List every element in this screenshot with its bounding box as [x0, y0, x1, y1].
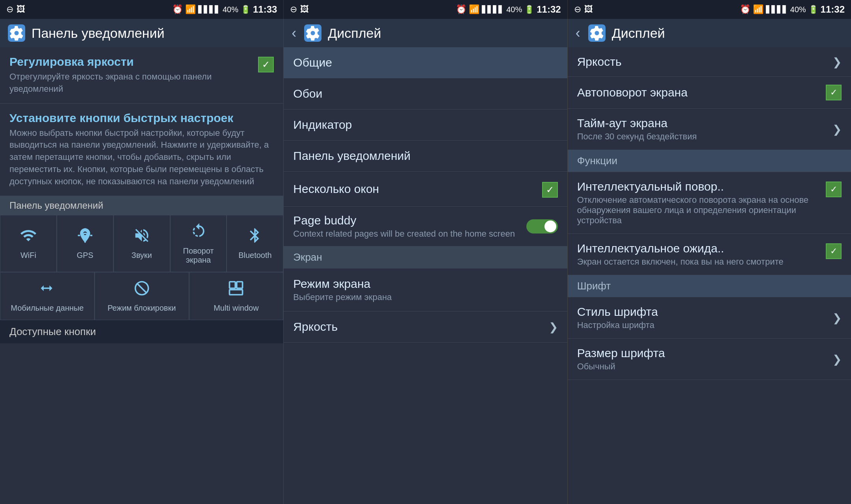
quick-setup-section: Установите кнопки быстрых настроек Можно…	[0, 104, 283, 196]
wifi-quick-label: WiFi	[20, 251, 36, 260]
quick-setup-title: Установите кнопки быстрых настроек	[9, 111, 233, 125]
multiwindow-checkbox[interactable]: ✓	[542, 182, 558, 198]
p3-timeout-arrow: ❯	[832, 123, 842, 136]
panel2-header: ‹ Дисплей	[284, 19, 567, 47]
toggle-thumb	[544, 220, 556, 232]
p3-font-style-desc: Настройка шрифта	[577, 320, 658, 330]
menu-item-general[interactable]: Общие	[284, 47, 567, 78]
p3-item-font-size[interactable]: Размер шрифта Обычный ❯	[568, 339, 851, 380]
gps-quick-label: GPS	[77, 251, 93, 260]
status-panel-1: ⊖ 🖼 ⏰ 📶 ▋▋▋▋ 40% 🔋 11:33	[0, 0, 284, 19]
menu-section-screen: Экран	[284, 246, 567, 269]
alarm-icon-1: ⏰	[172, 4, 183, 15]
p3-item-smart-wait[interactable]: Интеллектуальное ожида.. Экран остается …	[568, 234, 851, 275]
wifi-icon-2: 📶	[469, 4, 479, 15]
p3-brightness-label: Яркость	[577, 55, 622, 69]
p3-smart-rotate-label: Интеллектуальный повор..	[577, 180, 819, 193]
p3-autorotate-label: Автоповорот экрана	[577, 86, 687, 99]
p3-item-autorotate[interactable]: Автоповорот экрана ✓	[568, 77, 851, 109]
brightness-section[interactable]: Регулировка яркости Отрегулируйте яркост…	[0, 47, 283, 104]
gps-quick-icon	[76, 227, 94, 248]
status-panel-2: ⊖ 🖼 ⏰ 📶 ▋▋▋▋ 40% 🔋 11:32	[284, 0, 567, 19]
p3-smart-rotate-desc: Отключение автоматического поворота экра…	[577, 195, 819, 226]
status-left-3: ⊖ 🖼	[574, 4, 593, 15]
brightness-desc: Отрегулируйте яркость экрана с помощью п…	[9, 71, 252, 95]
quick-grid-row1: WiFi GPS	[0, 215, 283, 272]
battery-icon-2: 🔋	[524, 5, 534, 14]
pagebuddy-desc: Context related pages will be created on…	[293, 229, 515, 239]
p3-font-style-arrow: ❯	[832, 311, 842, 324]
brightness-checkbox[interactable]: ✓	[258, 57, 274, 72]
smart-wait-checkbox[interactable]: ✓	[826, 243, 842, 259]
brightness-arrow: ❯	[549, 321, 558, 334]
menu-item-multiwindow[interactable]: Несколько окон ✓	[284, 172, 567, 207]
quick-buttons-label: Панель уведомлений	[0, 196, 283, 215]
bluetooth-quick-label: Bluetooth	[238, 251, 272, 260]
screen-section-label: Экран	[293, 251, 322, 263]
menu-item-notification-panel[interactable]: Панель уведомлений	[284, 141, 567, 172]
p3-item-timeout[interactable]: Тайм-аут экрана После 30 секунд бездейст…	[568, 109, 851, 150]
svg-rect-6	[237, 282, 243, 288]
status-left-2: ⊖ 🖼	[290, 4, 309, 15]
quick-grid-row2: Мобильные данные Режим блокировки	[0, 272, 283, 320]
battery-text-1: 40%	[223, 5, 238, 14]
p3-item-smart-rotate[interactable]: Интеллектуальный повор.. Отключение авто…	[568, 172, 851, 234]
quick-btn-sound[interactable]: Звуки	[113, 215, 170, 272]
quick-btn-rotate[interactable]: Поворот экрана	[170, 215, 227, 272]
menu-item-wallpaper[interactable]: Обои	[284, 78, 567, 109]
quick-btn-multiwindow[interactable]: Multi window	[189, 272, 284, 320]
battery-icon-1: 🔋	[241, 5, 251, 14]
quick-btn-data[interactable]: Мобильные данные	[0, 272, 95, 320]
p3-font-size-desc: Обычный	[577, 361, 665, 372]
battery-text-3: 40%	[790, 5, 806, 14]
menu-item-pagebuddy[interactable]: Page buddy Context related pages will be…	[284, 207, 567, 246]
menu-general-label: Общие	[293, 56, 332, 69]
p3-font-size-label: Размер шрифта	[577, 346, 665, 360]
quick-btn-gps[interactable]: GPS	[57, 215, 113, 272]
p3-item-brightness[interactable]: Яркость ❯	[568, 47, 851, 77]
p3-section-font: Шрифт	[568, 275, 851, 297]
quick-btn-wifi[interactable]: WiFi	[0, 215, 57, 272]
stop-icon-1: ⊖	[6, 4, 13, 15]
multiwindow-quick-label: Multi window	[214, 304, 258, 313]
p3-brightness-arrow: ❯	[832, 56, 842, 69]
panel2-title: Дисплей	[328, 26, 381, 41]
menu-indicator-label: Индикатор	[293, 118, 352, 132]
wifi-quick-icon	[20, 227, 37, 248]
menu-item-indicator[interactable]: Индикатор	[284, 109, 567, 141]
notification-panel: Панель уведомлений Регулировка яркости О…	[0, 19, 284, 504]
stop-icon-2: ⊖	[290, 4, 297, 15]
pagebuddy-toggle[interactable]	[526, 219, 558, 233]
pagebuddy-title: Page buddy	[293, 214, 515, 227]
sound-quick-icon	[133, 227, 151, 248]
panel3-items: Яркость ❯ Автоповорот экрана ✓ Тайм-аут …	[568, 47, 851, 380]
status-right-1: ⏰ 📶 ▋▋▋▋ 40% 🔋 11:33	[172, 4, 277, 15]
image-icon-3: 🖼	[584, 4, 593, 15]
p3-timeout-desc: После 30 секунд бездействия	[577, 132, 697, 142]
panel2-back-button[interactable]: ‹	[292, 25, 296, 41]
panel3-title: Дисплей	[612, 26, 665, 41]
display-panel-2: ‹ Дисплей Яркость ❯ Автоповорот экрана ✓	[568, 19, 851, 504]
p3-item-font-style[interactable]: Стиль шрифта Настройка шрифта ❯	[568, 297, 851, 339]
main-panels: Панель уведомлений Регулировка яркости О…	[0, 19, 851, 504]
panel3-gear-icon	[588, 24, 606, 42]
brightness-menu-label: Яркость	[293, 320, 338, 334]
quick-btn-bluetooth[interactable]: Bluetooth	[227, 215, 283, 272]
panel1-header: Панель уведомлений	[0, 19, 283, 47]
available-label: Доступные кнопки	[0, 320, 283, 343]
alarm-icon-3: ⏰	[740, 4, 751, 15]
wifi-icon-1: 📶	[185, 4, 196, 15]
menu-item-brightness[interactable]: Яркость ❯	[284, 311, 567, 343]
rotate-quick-icon	[190, 222, 207, 243]
image-icon-2: 🖼	[300, 4, 309, 15]
panel1-content: Регулировка яркости Отрегулируйте яркост…	[0, 47, 283, 504]
quick-btn-block[interactable]: Режим блокировки	[95, 272, 189, 320]
autorotate-checkbox[interactable]: ✓	[826, 85, 842, 100]
panel3-back-button[interactable]: ‹	[576, 25, 580, 41]
time-2: 11:32	[537, 4, 561, 15]
alarm-icon-2: ⏰	[456, 4, 466, 15]
quick-setup-desc: Можно выбрать кнопки быстрой настройки, …	[9, 127, 274, 188]
status-panel-3: ⊖ 🖼 ⏰ 📶 ▋▋▋▋ 40% 🔋 11:32	[568, 0, 851, 19]
smart-rotate-checkbox[interactable]: ✓	[826, 182, 842, 197]
menu-item-screenmode[interactable]: Режим экрана Выберите режим экрана	[284, 269, 567, 311]
